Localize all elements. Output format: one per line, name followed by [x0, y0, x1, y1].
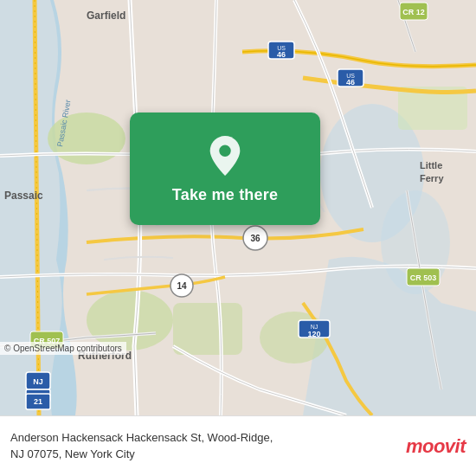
svg-text:36: 36: [250, 234, 261, 243]
address-line2: NJ 07075, New York City: [10, 447, 135, 460]
svg-text:NJ: NJ: [311, 324, 318, 330]
svg-text:46: 46: [277, 50, 286, 59]
svg-text:Passaic: Passaic: [4, 190, 43, 202]
svg-text:CR 503: CR 503: [410, 273, 437, 282]
svg-rect-5: [173, 303, 242, 355]
svg-text:NJ: NJ: [33, 377, 43, 386]
address-text: Anderson Hackensack Hackensack St, Wood-…: [10, 430, 397, 461]
svg-text:46: 46: [346, 78, 355, 87]
svg-text:120: 120: [307, 330, 320, 338]
location-pin-icon: [206, 134, 244, 177]
svg-text:Garfield: Garfield: [87, 10, 125, 22]
svg-text:CR 12: CR 12: [402, 8, 425, 16]
take-me-there-button[interactable]: Take me there: [172, 186, 278, 204]
address-container: Anderson Hackensack Hackensack St, Wood-…: [10, 430, 397, 461]
address-line1: Anderson Hackensack Hackensack St, Wood-…: [10, 431, 273, 444]
moovit-brand-text: moovit: [406, 435, 466, 458]
osm-credit: © OpenStreetMap contributors: [0, 342, 126, 355]
map-container: Garfield Passaic Little Ferry Rutherford…: [0, 0, 476, 415]
action-card[interactable]: Take me there: [130, 113, 320, 225]
bottom-bar: Anderson Hackensack Hackensack St, Wood-…: [0, 415, 476, 476]
svg-text:Little: Little: [420, 160, 442, 170]
moovit-logo: moovit: [406, 435, 466, 458]
svg-point-39: [219, 145, 230, 156]
svg-text:14: 14: [177, 281, 187, 291]
svg-text:21: 21: [34, 397, 42, 406]
svg-text:Ferry: Ferry: [420, 173, 444, 183]
